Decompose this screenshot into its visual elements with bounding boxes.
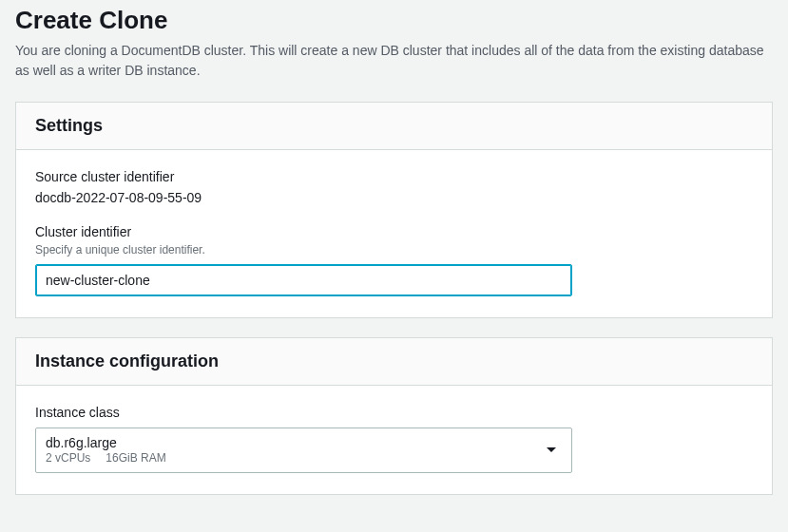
settings-header: Settings [16,103,772,150]
instance-class-select[interactable]: db.r6g.large 2 vCPUs16GiB RAM [35,428,572,473]
instance-class-cpu: 2 vCPUs [46,451,90,465]
cluster-identifier-hint: Specify a unique cluster identifier. [35,243,753,256]
cluster-identifier-label: Cluster identifier [35,224,753,239]
instance-config-header: Instance configuration [16,338,772,386]
instance-config-heading: Instance configuration [35,352,753,371]
instance-class-field: Instance class db.r6g.large 2 vCPUs16GiB… [35,405,753,473]
cluster-identifier-field: Cluster identifier Specify a unique clus… [35,224,753,296]
source-cluster-label: Source cluster identifier [35,169,753,184]
settings-heading: Settings [35,116,753,136]
page-description: You are cloning a DocumentDB cluster. Th… [15,41,766,81]
instance-class-label: Instance class [35,405,753,420]
page-title: Create Clone [15,6,773,35]
instance-config-panel: Instance configuration Instance class db… [15,337,773,495]
instance-class-ram: 16GiB RAM [106,451,165,465]
cluster-identifier-input[interactable] [35,264,572,296]
source-cluster-value: docdb-2022-07-08-09-55-09 [35,190,753,205]
chevron-down-icon [547,447,556,452]
settings-panel: Settings Source cluster identifier docdb… [15,102,773,318]
source-cluster-field: Source cluster identifier docdb-2022-07-… [35,169,753,205]
instance-class-value: db.r6g.large [46,434,182,451]
